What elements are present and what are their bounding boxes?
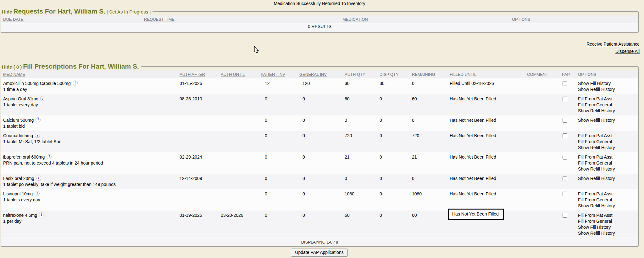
requests-hide-link[interactable]: Hide: [2, 9, 12, 14]
pap-cell: [560, 78, 576, 94]
column-label[interactable]: AUTH AFTER: [180, 72, 205, 77]
med-sig: 1 per day: [3, 218, 178, 224]
disp-qty-cell: 0: [378, 131, 410, 152]
requests-col-due-date[interactable]: DUE DATE: [1, 15, 142, 23]
disp-qty-cell: 0: [378, 189, 410, 210]
disp-qty-cell: 30: [378, 78, 410, 94]
option-link-fill-from-general[interactable]: Fill From General: [578, 218, 638, 224]
option-link-show-refill-history[interactable]: Show Refill History: [578, 117, 638, 123]
info-icon[interactable]: i: [36, 176, 41, 181]
option-link-show-refill-history[interactable]: Show Refill History: [578, 203, 638, 209]
pap-checkbox[interactable]: [563, 97, 567, 101]
requests-empty-row: 0 RESULTS: [1, 23, 638, 32]
column-label[interactable]: MEDICATION: [342, 17, 368, 22]
med-sig: 1 tablet every day: [3, 102, 178, 108]
info-icon[interactable]: i: [36, 117, 41, 122]
option-link-show-refill-history[interactable]: Show Refill History: [578, 230, 638, 236]
med-name-cell: Aspirin Oral 81mgi1 tablet every day: [1, 94, 178, 115]
med-name-cell: ibuprofen oral 600mgiPRN pain, not to ex…: [1, 152, 178, 174]
separator: |: [107, 9, 108, 14]
option-link-show-refill-history[interactable]: Show Refill History: [578, 145, 638, 151]
fill-col-med-name[interactable]: MED NAME: [1, 70, 178, 78]
column-label[interactable]: REQUEST TIME: [144, 17, 175, 22]
info-icon[interactable]: i: [39, 212, 44, 217]
pap-checkbox[interactable]: [563, 176, 567, 181]
comment-cell: [525, 174, 560, 189]
disp-qty-cell: 0: [378, 115, 410, 131]
med-row-5: ibuprofen oral 600mgiPRN pain, not to ex…: [1, 152, 638, 174]
pap-cell: [560, 189, 576, 210]
option-link-fill-from-pat-asst[interactable]: Fill From Pat Asst: [578, 96, 638, 102]
column-label: OPTIONS: [578, 72, 597, 77]
general-inv-cell: 120: [297, 78, 343, 94]
option-link-show-refill-history[interactable]: Show Refill History: [578, 87, 638, 93]
action-link-dispense-all[interactable]: Dispense All: [0, 48, 640, 55]
column-label[interactable]: DUE DATE: [3, 17, 24, 22]
patient-inv-cell: 0: [259, 131, 297, 152]
filled-until-cell: Has Not Yet Been Filled: [448, 131, 525, 152]
fill-col-auth-after[interactable]: AUTH AFTER: [178, 70, 219, 78]
option-link-show-fill-history[interactable]: Show Fill History: [578, 224, 638, 230]
action-link-receive-patient-assistance[interactable]: Receive Patient Assistance: [0, 41, 640, 48]
set-as-in-progress-link[interactable]: Set As In Progress: [109, 9, 148, 14]
comment-cell: [525, 94, 560, 115]
fill-col-pap: PAP: [560, 70, 576, 78]
option-link-fill-from-general[interactable]: Fill From General: [578, 160, 638, 166]
auth-after-cell: 01-15-2026: [178, 78, 219, 94]
pap-checkbox[interactable]: [563, 155, 567, 160]
fill-section-title: Fill Prescriptions For Hart, William S.: [23, 63, 139, 70]
med-name: ibuprofen oral 600mg: [3, 154, 45, 160]
requests-col-request-time[interactable]: REQUEST TIME: [142, 15, 341, 23]
option-link-fill-from-pat-asst[interactable]: Fill From Pat Asst: [578, 191, 638, 197]
auth-until-cell: [219, 78, 259, 94]
general-inv-cell: 0: [297, 189, 343, 210]
option-link-fill-from-pat-asst[interactable]: Fill From Pat Asst: [578, 154, 638, 160]
info-icon[interactable]: i: [35, 191, 40, 196]
auth-qty-cell: 30: [343, 78, 378, 94]
pap-checkbox[interactable]: [563, 192, 567, 196]
column-label[interactable]: PATIENT INV: [261, 72, 285, 77]
option-link-fill-from-pat-asst[interactable]: Fill From Pat Asst: [578, 133, 638, 139]
med-name: Lisinopril 10mg: [3, 191, 33, 196]
column-label: AUTH QTY: [345, 72, 365, 77]
option-link-fill-from-pat-asst[interactable]: Fill From Pat Asst: [578, 212, 638, 218]
auth-after-cell: 02-29-2024: [178, 152, 219, 174]
info-icon[interactable]: i: [47, 154, 52, 159]
column-label: PAP: [562, 72, 570, 77]
option-link-show-fill-history[interactable]: Show Fill History: [578, 81, 638, 87]
info-icon[interactable]: i: [40, 96, 45, 101]
fill-col-patient-inv[interactable]: PATIENT INV: [259, 70, 297, 78]
option-link-fill-from-general[interactable]: Fill From General: [578, 197, 638, 203]
pap-checkbox[interactable]: [563, 81, 567, 86]
med-row-6: Lasix oral 20mgi1 tablet po weekly; take…: [1, 174, 638, 189]
filled-until-cell: Has Not Yet Been Filled: [448, 152, 525, 174]
fill-col-general-inv[interactable]: GENERAL INV: [297, 70, 343, 78]
requests-col-medication[interactable]: MEDICATION: [341, 15, 510, 23]
requests-legend-extra: | Set As In Progress |: [107, 9, 151, 14]
med-sig: 1 tablets every day: [3, 197, 178, 203]
auth-after-cell: [178, 115, 219, 131]
option-link-fill-from-general[interactable]: Fill From General: [578, 102, 638, 108]
pap-checkbox[interactable]: [563, 133, 567, 138]
option-link-show-refill-history[interactable]: Show Refill History: [578, 108, 638, 114]
info-icon[interactable]: i: [73, 81, 78, 86]
column-label[interactable]: MED NAME: [3, 72, 25, 77]
fill-table-body: Amoxicillin 500mg Capsule 500mgi1 time a…: [1, 78, 638, 238]
comment-cell: [525, 115, 560, 131]
pap-checkbox[interactable]: [563, 213, 567, 218]
fill-col-auth-until[interactable]: AUTH UNTIL: [219, 70, 259, 78]
info-icon[interactable]: i: [35, 133, 40, 138]
options-cell: Show Refill History: [576, 115, 638, 131]
pap-checkbox[interactable]: [563, 118, 567, 123]
update-pap-button[interactable]: Update PAP Applications: [291, 249, 347, 257]
option-link-show-refill-history[interactable]: Show Refill History: [578, 176, 638, 182]
option-link-show-refill-history[interactable]: Show Refill History: [578, 166, 638, 172]
med-name: Coumadin 5mg: [3, 133, 33, 138]
med-sig: PRN pain, not to exceed 4 tablets in 24 …: [3, 160, 178, 166]
fill-col-options: OPTIONS: [576, 70, 638, 78]
column-label[interactable]: GENERAL INV: [299, 72, 327, 77]
patient-inv-cell: 0: [259, 210, 297, 238]
column-label[interactable]: AUTH UNTIL: [221, 72, 245, 77]
fill-hide-link[interactable]: Hide ( 8 ): [2, 64, 22, 70]
option-link-fill-from-general[interactable]: Fill From General: [578, 139, 638, 145]
